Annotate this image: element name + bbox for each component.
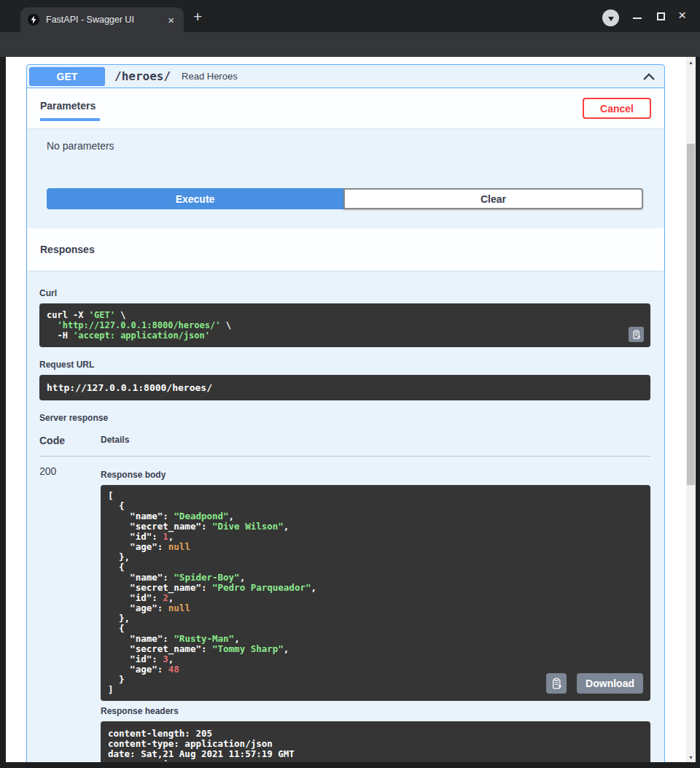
responses-section-header: Responses xyxy=(27,228,664,271)
caret-down-icon xyxy=(608,17,614,21)
scroll-up-arrow[interactable]: ▲ xyxy=(686,57,696,67)
response-body-actions: Download xyxy=(546,673,643,694)
operation-block-get-heroes: GET /heroes/ Read Heroes Parameters Canc… xyxy=(26,64,665,762)
request-url-value: http://127.0.0.1:8000/heroes/ xyxy=(47,382,643,393)
server-response-label: Server response xyxy=(39,413,650,423)
curl-label: Curl xyxy=(39,288,650,298)
cancel-button[interactable]: Cancel xyxy=(583,98,651,119)
method-badge: GET xyxy=(29,67,105,86)
response-headers-label: Response headers xyxy=(101,706,650,716)
curl-block: curl -X 'GET' \ 'http://127.0.0.1:8000/h… xyxy=(39,303,650,347)
window-maximize-button[interactable] xyxy=(657,12,665,20)
page-scrollbar[interactable]: ▲ ▼ xyxy=(686,57,696,762)
code-column-header: Code xyxy=(39,435,101,446)
copy-response-button[interactable] xyxy=(546,673,567,694)
collapse-operation-button[interactable] xyxy=(642,71,656,82)
operation-path: /heroes/ xyxy=(114,69,171,83)
clear-button[interactable]: Clear xyxy=(343,188,643,209)
response-body-label: Response body xyxy=(101,470,650,480)
response-body-block: [ { "name": "Deadpond", "secret_name": "… xyxy=(101,485,650,701)
parameters-section-header: Parameters Cancel xyxy=(27,88,664,128)
responses-title: Responses xyxy=(40,244,95,255)
tab-close-icon[interactable]: × xyxy=(166,15,176,26)
execute-button-group: Execute Clear xyxy=(47,188,643,209)
no-parameters-text: No parameters xyxy=(47,140,643,152)
responses-body: Curl curl -X 'GET' \ 'http://127.0.0.1:8… xyxy=(27,271,664,762)
response-body-code: [ { "name": "Deadpond", "secret_name": "… xyxy=(108,491,643,695)
browser-tab[interactable]: FastAPI - Swagger UI × xyxy=(20,7,184,32)
parameters-body: No parameters Execute Clear xyxy=(27,128,664,228)
server-response-row: 200 Response body [ { "name": "Deadpond"… xyxy=(39,457,650,762)
operation-description: Read Heroes xyxy=(182,71,238,82)
status-code: 200 xyxy=(39,465,101,762)
request-url-label: Request URL xyxy=(39,360,650,370)
browser-toolbar: ← → 127.0.0.1:8000/docs#/default/read_he… xyxy=(0,32,700,57)
fastapi-favicon-icon xyxy=(28,14,39,26)
tab-parameters[interactable]: Parameters xyxy=(40,88,97,121)
copy-curl-button[interactable] xyxy=(629,327,644,342)
operation-summary[interactable]: GET /heroes/ Read Heroes xyxy=(27,65,664,88)
curl-code: curl -X 'GET' \ 'http://127.0.0.1:8000/h… xyxy=(47,310,643,341)
response-headers-block: content-length: 205 content-type: applic… xyxy=(101,721,650,762)
server-response-table-header: Code Details xyxy=(39,432,650,457)
scrollbar-thumb[interactable] xyxy=(687,144,695,485)
response-details-cell: Response body [ { "name": "Deadpond", "s… xyxy=(101,465,650,762)
tab-search-button[interactable] xyxy=(602,9,619,26)
scroll-down-arrow[interactable]: ▼ xyxy=(686,752,696,762)
download-button[interactable]: Download xyxy=(577,673,643,694)
new-tab-button[interactable]: + xyxy=(193,8,202,26)
window-minimize-button[interactable] xyxy=(633,18,642,19)
details-column-header: Details xyxy=(101,435,129,446)
response-headers-code: content-length: 205 content-type: applic… xyxy=(108,729,643,762)
browser-titlebar: FastAPI - Swagger UI × + × xyxy=(0,0,700,32)
execute-button[interactable]: Execute xyxy=(47,188,343,209)
window-close-button[interactable]: × xyxy=(678,7,686,23)
swagger-page: GET /heroes/ Read Heroes Parameters Canc… xyxy=(6,57,696,762)
tab-title: FastAPI - Swagger UI xyxy=(46,15,166,25)
request-url-block: http://127.0.0.1:8000/heroes/ xyxy=(39,375,650,400)
